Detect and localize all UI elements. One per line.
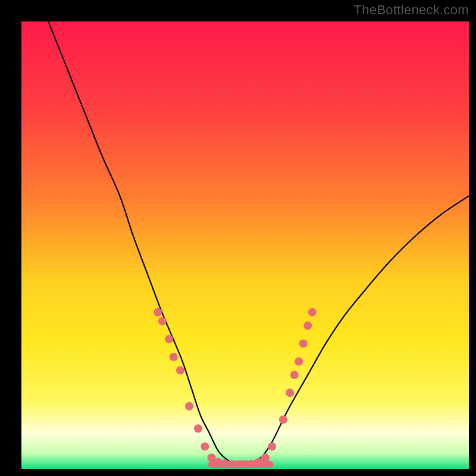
curve-marker bbox=[308, 308, 317, 317]
curve-marker bbox=[165, 335, 173, 343]
curve-marker bbox=[279, 415, 287, 424]
curve-marker bbox=[185, 402, 193, 411]
curve-marker bbox=[299, 339, 308, 347]
watermark-text: TheBottleneck.com bbox=[354, 2, 469, 18]
curve-marker bbox=[261, 453, 270, 462]
curve-marker bbox=[170, 353, 178, 361]
curve-marker bbox=[286, 389, 294, 397]
curve-marker bbox=[268, 442, 276, 450]
curve-marker bbox=[194, 424, 202, 433]
chart-gradient-background bbox=[21, 21, 469, 469]
bottleneck-chart bbox=[0, 0, 476, 476]
curve-marker bbox=[295, 358, 303, 366]
curve-marker bbox=[176, 367, 184, 375]
chart-container bbox=[0, 0, 476, 476]
curve-marker bbox=[201, 442, 209, 450]
curve-marker bbox=[290, 371, 299, 379]
curve-marker bbox=[303, 321, 312, 330]
curve-marker bbox=[158, 317, 167, 325]
curve-marker bbox=[154, 308, 162, 317]
